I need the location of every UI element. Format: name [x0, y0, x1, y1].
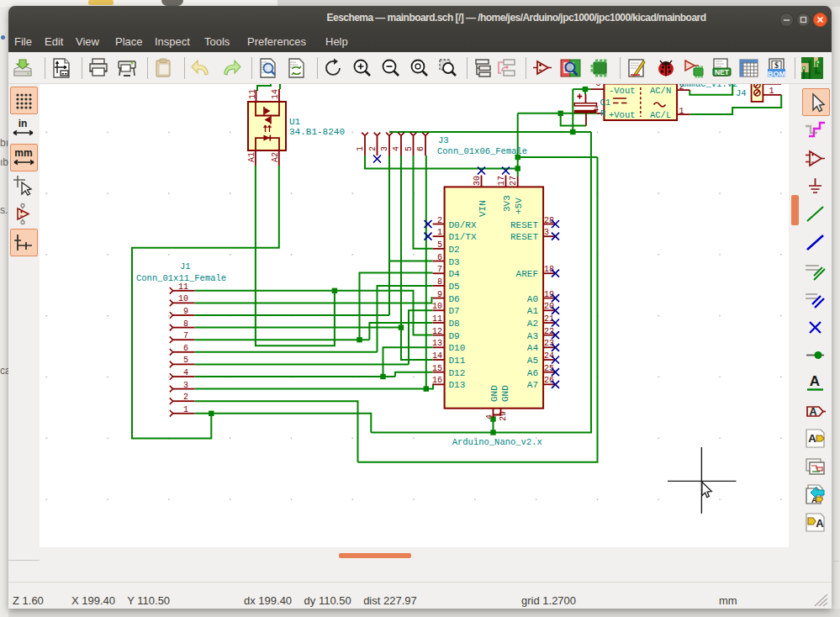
svg-text:11: 11: [432, 314, 442, 324]
svg-text:6: 6: [416, 146, 425, 151]
svg-text:A0: A0: [527, 294, 538, 304]
svg-text:8: 8: [437, 277, 442, 287]
svg-text:9: 9: [437, 290, 442, 299]
svg-text:19: 19: [544, 290, 554, 299]
svg-text:J3: J3: [438, 135, 449, 145]
svg-text:1: 1: [437, 228, 442, 237]
svg-text:22: 22: [544, 327, 554, 336]
svg-text:5: 5: [404, 146, 414, 151]
svg-text:4: 4: [392, 146, 401, 151]
svg-text:GND: GND: [489, 385, 499, 402]
svg-text:10: 10: [178, 294, 188, 303]
svg-text:18: 18: [544, 265, 554, 274]
svg-text:ammaC_v1.v2: ammaC_v1.v2: [679, 84, 737, 89]
svg-text:RESET: RESET: [510, 220, 538, 230]
svg-text:D11: D11: [449, 356, 466, 366]
svg-text:$: $: [774, 61, 779, 70]
svg-text:8: 8: [183, 319, 188, 329]
svg-text:J4: J4: [736, 88, 747, 98]
svg-text:GND: GND: [500, 385, 510, 402]
svg-text:12: 12: [432, 327, 442, 336]
svg-text:34.B1-8240: 34.B1-8240: [289, 127, 345, 137]
svg-text:A4: A4: [527, 343, 539, 353]
svg-text:C1: C1: [600, 98, 611, 108]
svg-text:2: 2: [183, 393, 188, 402]
svg-text:4: 4: [485, 414, 494, 419]
svg-text:4: 4: [183, 368, 188, 377]
svg-text:A: A: [810, 373, 820, 389]
svg-text:4: 4: [594, 105, 599, 114]
svg-text:16: 16: [432, 376, 442, 385]
svg-text:D12: D12: [449, 368, 466, 378]
svg-text:3: 3: [380, 146, 389, 151]
svg-text:5: 5: [183, 356, 188, 365]
svg-text:D2: D2: [449, 245, 460, 255]
svg-text:13: 13: [432, 339, 442, 348]
svg-text:11: 11: [178, 282, 188, 292]
svg-text:20: 20: [544, 302, 554, 311]
svg-text:D0/RX: D0/RX: [449, 220, 477, 230]
svg-text:A7: A7: [527, 380, 538, 390]
svg-text:14: 14: [271, 89, 280, 99]
svg-text:D3: D3: [449, 257, 460, 267]
svg-text:2: 2: [437, 216, 442, 225]
svg-text:AC/L: AC/L: [650, 110, 671, 120]
svg-text:VIN: VIN: [478, 200, 488, 217]
svg-text:3: 3: [183, 381, 188, 390]
svg-text:+Vout: +Vout: [609, 110, 636, 120]
svg-text:D4: D4: [449, 269, 461, 279]
svg-text:R: R: [600, 108, 606, 119]
svg-text:9: 9: [183, 307, 188, 316]
svg-text:2: 2: [368, 146, 378, 151]
svg-text:D7: D7: [449, 306, 460, 316]
svg-text:A: A: [816, 517, 824, 530]
svg-text:in: in: [18, 118, 28, 129]
svg-text:AC/N: AC/N: [650, 86, 671, 96]
svg-text:3: 3: [596, 84, 601, 88]
svg-text:28: 28: [544, 216, 554, 225]
svg-text:1: 1: [769, 87, 774, 96]
svg-text:AREF: AREF: [516, 269, 538, 279]
svg-text:Conn_01x06_Female: Conn_01x06_Female: [437, 146, 527, 156]
svg-text:11: 11: [248, 89, 257, 99]
svg-text:15: 15: [432, 364, 442, 373]
svg-text:mm: mm: [14, 147, 32, 159]
svg-text:10: 10: [432, 302, 442, 311]
svg-text:U1: U1: [289, 117, 301, 127]
svg-text:+5V: +5V: [514, 198, 524, 214]
svg-text:A2: A2: [527, 319, 538, 329]
svg-text:J1: J1: [180, 261, 191, 272]
svg-text:3V3: 3V3: [502, 195, 512, 212]
svg-text:D9: D9: [449, 331, 460, 341]
svg-text:1: 1: [679, 107, 684, 116]
svg-text:27: 27: [509, 176, 518, 186]
svg-text:RESET: RESET: [510, 232, 538, 242]
svg-text:A3: A3: [527, 331, 538, 341]
svg-text:D6: D6: [449, 294, 460, 304]
svg-text:26: 26: [544, 376, 554, 385]
svg-text:D10: D10: [449, 343, 466, 353]
svg-text:7: 7: [183, 331, 188, 340]
svg-text:A: A: [809, 406, 816, 418]
svg-text:23: 23: [544, 339, 554, 348]
svg-text:D8: D8: [449, 319, 460, 329]
svg-text:1: 1: [356, 146, 365, 151]
svg-text:7: 7: [437, 265, 442, 274]
svg-text:24: 24: [544, 351, 554, 361]
svg-text:14: 14: [432, 351, 442, 361]
svg-text:A2: A2: [271, 152, 280, 162]
svg-text:A6: A6: [527, 368, 538, 378]
svg-text:17: 17: [497, 176, 506, 186]
svg-text:3: 3: [544, 228, 549, 237]
svg-text:1: 1: [183, 405, 188, 414]
svg-text:5: 5: [437, 240, 442, 250]
svg-text:Arduino_Nano_v2.x: Arduino_Nano_v2.x: [452, 437, 542, 447]
svg-text:21: 21: [544, 314, 554, 324]
svg-text:A: A: [808, 432, 816, 445]
svg-text:6: 6: [437, 253, 442, 262]
svg-text:A1: A1: [527, 306, 539, 316]
svg-text:A1: A1: [247, 152, 256, 162]
svg-text:D13: D13: [449, 380, 466, 390]
svg-text:A5: A5: [527, 356, 538, 366]
svg-text:29: 29: [499, 411, 508, 421]
